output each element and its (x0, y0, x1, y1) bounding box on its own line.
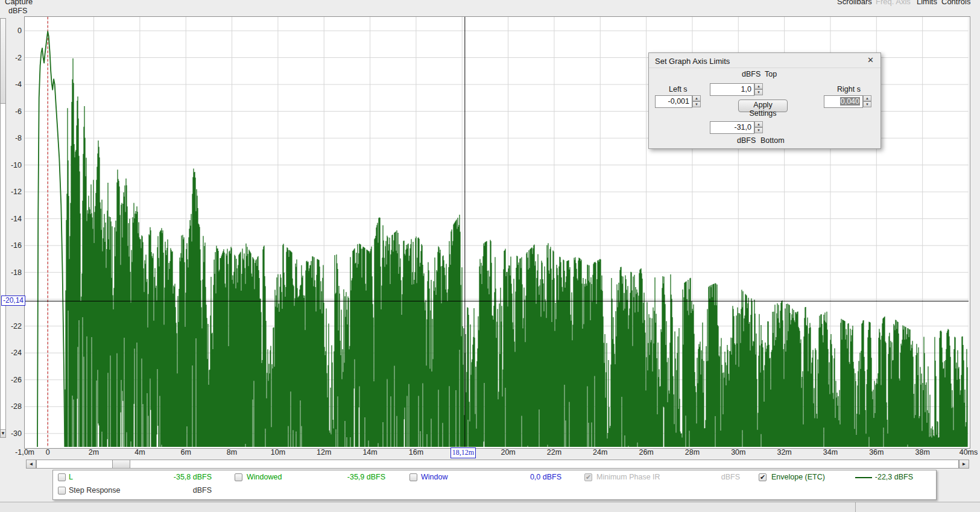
x-cursor-readout: 18,12m (450, 447, 476, 458)
y-tick-label: -12 (1, 188, 22, 196)
legend-label: L (69, 473, 73, 481)
legend-label: Windowed (247, 473, 282, 481)
legend-checkbox-envelope-etc-[interactable]: ✔ (759, 473, 767, 481)
status-bar (0, 502, 980, 512)
horizontal-scrollbar-right-icon[interactable]: ► (959, 460, 969, 469)
legend-label: Step Response (69, 486, 120, 495)
y-tick-label: -4 (1, 80, 22, 89)
legend-value: -22,3 dBFS (859, 473, 913, 481)
left-limit-spinner: ▲ ▼ (692, 95, 701, 108)
x-tick-label: 12m (317, 448, 331, 457)
y-tick-label: -22 (1, 322, 22, 330)
x-tick-label: 4m (134, 448, 145, 457)
top-axis-unit-label: dBFS (742, 70, 760, 78)
legend-value: 0,0 dBFS (507, 473, 561, 481)
y-tick-label: -26 (1, 376, 22, 384)
spinner-down-icon[interactable]: ▼ (754, 89, 763, 95)
x-tick-label: 24m (593, 448, 607, 457)
spinner-down-icon[interactable]: ▼ (754, 127, 763, 133)
y-tick-label: -8 (1, 134, 22, 142)
y-tick-label: -16 (1, 241, 22, 250)
bottom-limit-field[interactable]: -31,0 (710, 121, 754, 134)
left-limit-field[interactable]: -0,001 (655, 95, 692, 108)
status-bar-divider (855, 502, 856, 512)
x-tick-label: 10m (271, 448, 285, 457)
right-limit-spinner: ▲ ▼ (863, 95, 871, 108)
left-limit-label: Left s (669, 85, 688, 93)
spinner-up-icon[interactable]: ▲ (754, 121, 763, 127)
right-limit-label: Right s (837, 85, 861, 93)
dialog-title: Set Graph Axis Limits (655, 57, 730, 66)
axis-limits-dialog: Set Graph Axis Limits ✕ dBFS Top 1,0 ▲ ▼… (648, 52, 881, 149)
x-tick-label: 14m (362, 448, 377, 457)
spinner-up-icon[interactable]: ▲ (692, 95, 701, 101)
dialog-title-separator (649, 68, 880, 68)
y-tick-label: 0 (1, 27, 22, 35)
top-position-label: Top (765, 70, 777, 78)
y-tick-label: -28 (1, 402, 22, 411)
right-limit-selected-text: 0,040 (840, 97, 860, 106)
y-tick-label: -24 (1, 349, 22, 357)
menu-limits[interactable]: Limits (917, 0, 937, 6)
horizontal-scrollbar-thumb[interactable] (112, 460, 130, 469)
menu-capture[interactable]: Capture (5, 0, 33, 6)
x-tick-label: 34m (823, 448, 838, 457)
y-tick-label: -30 (1, 429, 22, 438)
legend-checkbox-step-response[interactable] (58, 487, 66, 495)
x-tick-label: -1,0m (15, 448, 34, 457)
x-tick-label: 16m (409, 448, 423, 457)
legend-checkbox-minimum-phase-ir[interactable]: ✔ (584, 473, 592, 481)
legend-value: dBFS (686, 473, 740, 481)
y-tick-label: -18 (1, 268, 22, 277)
horizontal-scrollbar-track[interactable] (36, 460, 959, 469)
y-tick-label: -6 (1, 107, 22, 116)
legend-label: Minimum Phase IR (596, 473, 660, 481)
legend-value: dBFS (157, 486, 212, 495)
x-tick-label: 32m (777, 448, 791, 457)
bottom-position-label: Bottom (760, 136, 785, 145)
x-tick-label: 30m (731, 448, 745, 457)
x-tick-label: 28m (685, 448, 700, 457)
menu-freq-axis: Freq. Axis (876, 0, 911, 6)
apply-settings-button[interactable]: Apply Settings (738, 100, 788, 112)
bottom-limit-spinner: ▲ ▼ (754, 121, 763, 134)
spinner-down-icon[interactable]: ▼ (692, 101, 701, 107)
spinner-up-icon[interactable]: ▲ (754, 83, 763, 89)
legend-value: -35,8 dBFS (157, 473, 212, 481)
app-window: Capture ScrollbarsFreq. AxisLimitsContro… (0, 0, 980, 512)
y-tick-label: -10 (1, 161, 22, 169)
legend-checkbox-window[interactable] (409, 473, 417, 481)
legend-label: Window (421, 473, 447, 481)
x-tick-label: 40ms (959, 448, 978, 457)
legend-value: -35,9 dBFS (331, 473, 385, 481)
bottom-axis-unit-label: dBFS (737, 136, 756, 145)
impulse-peak-trace (37, 31, 65, 447)
spinner-up-icon[interactable]: ▲ (863, 95, 871, 101)
spinner-down-icon[interactable]: ▼ (863, 101, 871, 107)
y-tick-label: -2 (1, 54, 22, 62)
menu-controls[interactable]: Controls (941, 0, 970, 6)
horizontal-scrollbar-left-icon[interactable]: ◄ (26, 460, 36, 469)
x-tick-label: 36m (869, 448, 884, 457)
top-limit-field[interactable]: 1,0 (710, 83, 754, 96)
x-tick-label: 8m (227, 448, 237, 457)
top-limit-spinner: ▲ ▼ (754, 83, 763, 96)
x-tick-label: 0 (46, 448, 50, 457)
right-limit-field[interactable]: 0,040 (824, 95, 863, 108)
x-tick-label: 6m (181, 448, 191, 457)
x-tick-label: 38m (915, 448, 929, 457)
y-cursor-readout: -20,14 (1, 296, 25, 306)
y-tick-label: -14 (1, 215, 22, 223)
x-tick-label: 20m (501, 448, 515, 457)
close-icon[interactable]: ✕ (867, 55, 874, 65)
y-axis-title: dBFS (8, 7, 27, 15)
legend-checkbox-l[interactable] (58, 473, 66, 481)
x-tick-label: 2m (89, 448, 99, 457)
menu-scrollbars[interactable]: Scrollbars (837, 0, 872, 6)
legend-checkbox-windowed[interactable] (235, 473, 242, 481)
legend-label: Envelope (ETC) (771, 473, 825, 481)
x-tick-label: 22m (547, 448, 561, 457)
x-tick-label: 26m (639, 448, 653, 457)
legend-panel: L-35,8 dBFSWindowed-35,9 dBFSWindow0,0 d… (52, 470, 937, 500)
